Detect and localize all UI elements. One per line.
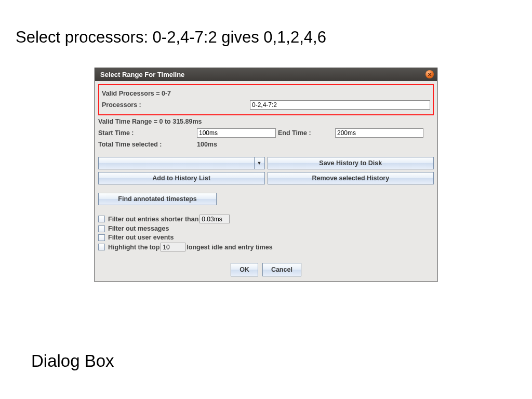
total-time-label: Total Time selected : <box>98 141 197 148</box>
filter-user-events-label: Filter out user events <box>108 234 174 241</box>
filter-options: Filter out entries shorter than Filter o… <box>98 215 434 251</box>
highlight-top-checkbox[interactable] <box>98 244 105 250</box>
processors-input[interactable] <box>250 100 430 110</box>
slide-title: Select processors: 0-2,4-7:2 gives 0,1,2… <box>16 28 326 47</box>
dialog-window: Select Range For Timeline ✕ Valid Proces… <box>95 68 437 282</box>
filter-messages-label: Filter out messages <box>108 225 169 232</box>
highlight-top-input[interactable] <box>161 243 185 251</box>
chevron-down-icon: ▼ <box>254 157 264 169</box>
end-time-input[interactable] <box>335 128 423 138</box>
processors-label: Processors : <box>102 101 250 109</box>
filter-short-label: Filter out entries shorter than <box>108 216 198 223</box>
close-icon[interactable]: ✕ <box>425 70 434 78</box>
filter-short-input[interactable] <box>200 215 230 223</box>
highlight-top-pre-label: Highlight the top <box>108 244 159 251</box>
dialog-action-row: OK Cancel <box>98 263 434 276</box>
remove-history-button[interactable]: Remove selected History <box>268 172 434 184</box>
filter-messages-checkbox[interactable] <box>98 225 105 232</box>
processors-highlight-box: Valid Processors = 0-7 Processors : <box>98 84 434 115</box>
end-time-label: End Time : <box>278 129 335 137</box>
title-bar: Select Range For Timeline ✕ <box>95 68 437 81</box>
cancel-button[interactable]: Cancel <box>262 263 301 276</box>
save-history-button[interactable]: Save History to Disk <box>268 157 434 169</box>
ok-button[interactable]: OK <box>231 263 258 276</box>
window-title: Select Range For Timeline <box>100 71 184 78</box>
slide-caption: Dialog Box <box>31 351 114 371</box>
dialog-body: Valid Processors = 0-7 Processors : Vali… <box>95 81 437 282</box>
valid-time-range-label: Valid Time Range = 0 to 315.89ms <box>98 116 434 127</box>
filter-user-events-checkbox[interactable] <box>98 234 105 241</box>
filter-short-checkbox[interactable] <box>98 216 105 222</box>
start-time-input[interactable] <box>197 128 276 138</box>
total-time-value: 100ms <box>197 141 217 148</box>
highlight-top-post-label: longest idle and entry times <box>187 244 272 251</box>
history-buttons-grid: ▼ Save History to Disk Add to History Li… <box>98 157 434 184</box>
start-time-label: Start Time : <box>98 129 197 137</box>
history-combo[interactable]: ▼ <box>98 157 265 169</box>
find-annotated-button[interactable]: Find annotated timesteps <box>98 193 217 205</box>
add-history-button[interactable]: Add to History List <box>98 172 265 184</box>
valid-processors-label: Valid Processors = 0-7 <box>102 88 430 99</box>
